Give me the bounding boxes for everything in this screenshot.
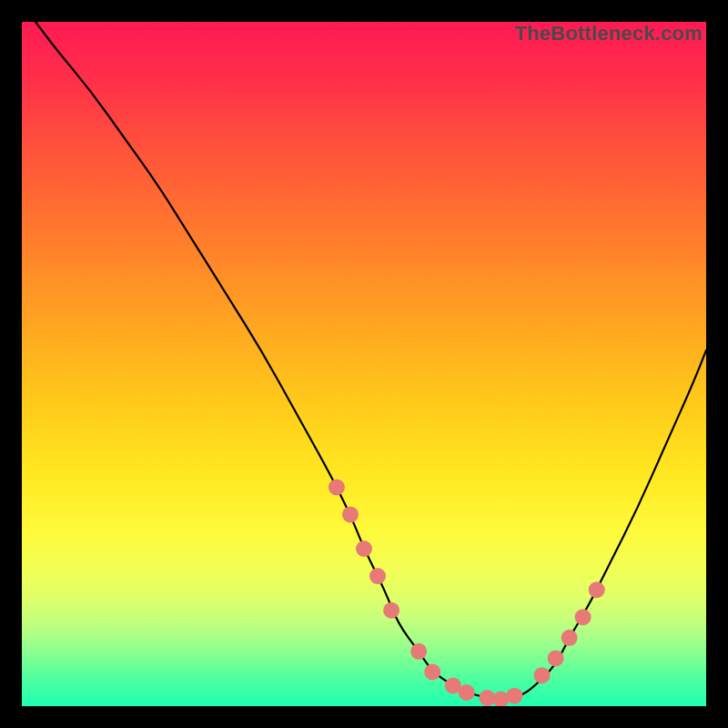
highlight-dots xyxy=(329,479,605,706)
highlight-dot xyxy=(589,581,605,598)
chart-overlay xyxy=(22,22,706,706)
chart-frame: TheBottleneck.com xyxy=(0,0,728,728)
highlight-dot xyxy=(548,650,564,666)
highlight-dot xyxy=(561,630,578,646)
highlight-dot xyxy=(575,609,592,625)
highlight-dot xyxy=(424,663,440,680)
highlight-dot xyxy=(369,568,386,584)
highlight-dot xyxy=(342,506,359,522)
highlight-dot xyxy=(492,692,509,707)
highlight-dot xyxy=(383,602,399,619)
highlight-dot xyxy=(459,684,475,701)
highlight-dot xyxy=(329,479,345,495)
plot-area: TheBottleneck.com xyxy=(22,22,706,706)
highlight-dot xyxy=(534,667,551,683)
highlight-dot xyxy=(356,541,372,557)
highlight-dot xyxy=(506,688,522,704)
highlight-dot xyxy=(410,643,427,660)
bottleneck-curve xyxy=(35,22,706,699)
